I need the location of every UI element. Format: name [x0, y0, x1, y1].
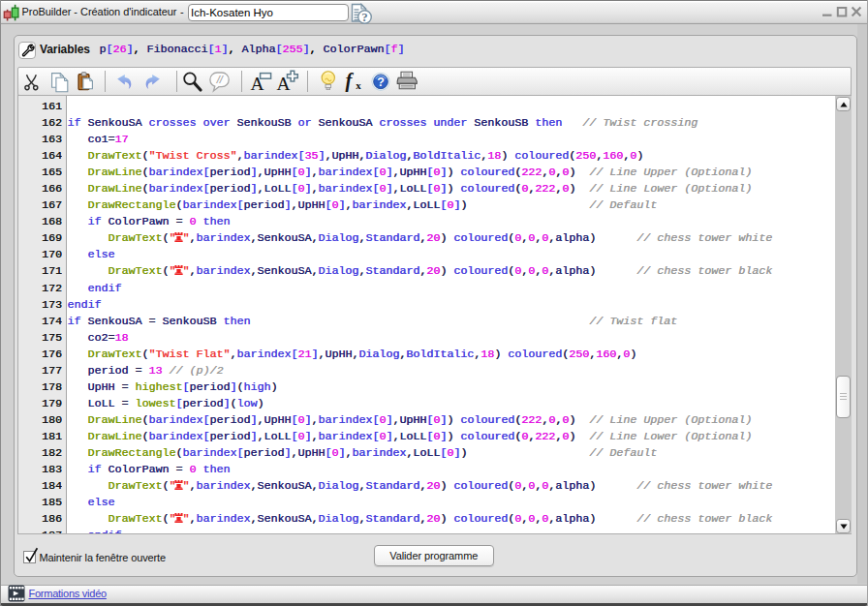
svg-text://: //: [215, 74, 223, 85]
svg-text:?: ?: [377, 76, 385, 89]
svg-text:f: f: [346, 70, 355, 92]
svg-text:?: ?: [361, 10, 368, 24]
svg-text:x: x: [356, 79, 361, 91]
